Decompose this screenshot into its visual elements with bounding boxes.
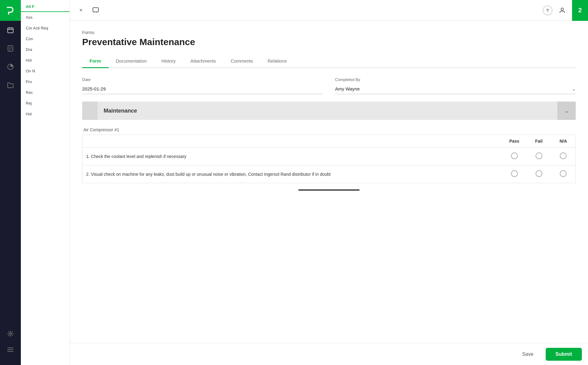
left-panel-item[interactable]: Cor Acti Req bbox=[21, 23, 70, 33]
row-fail[interactable] bbox=[527, 165, 551, 183]
row-pass[interactable] bbox=[502, 165, 527, 183]
form-area: Forms Preventative Maintenance Form Docu… bbox=[70, 21, 588, 343]
left-panel-item[interactable]: Rec bbox=[21, 87, 70, 98]
col-description bbox=[82, 135, 502, 148]
left-panel-item[interactable]: Hol bbox=[21, 109, 70, 119]
main-content: × ? 2 Forms Preventative Maintenance For… bbox=[70, 0, 588, 365]
radio-pass[interactable] bbox=[511, 170, 518, 177]
radio-na[interactable] bbox=[560, 170, 567, 177]
left-panel-item[interactable]: Con bbox=[21, 33, 70, 44]
svg-rect-0 bbox=[8, 28, 13, 33]
help-button[interactable]: ? bbox=[543, 6, 552, 15]
left-panel-item[interactable]: Hol bbox=[21, 55, 70, 66]
svg-rect-4 bbox=[8, 46, 13, 51]
top-bar: × ? 2 bbox=[70, 0, 588, 21]
row-description: 2. Visual check on machine for any leaks… bbox=[82, 165, 502, 183]
section-toggle[interactable]: ⌄ bbox=[557, 102, 576, 120]
completed-by-field: Completed By Amy Wayne ⌄ bbox=[335, 77, 576, 94]
section-number bbox=[82, 102, 97, 120]
scroll-indicator bbox=[298, 189, 360, 191]
radio-na[interactable] bbox=[560, 152, 567, 159]
close-button[interactable]: × bbox=[76, 6, 86, 15]
table-group-label: Air Compressor #1 bbox=[82, 127, 576, 132]
tab-relations[interactable]: Relations bbox=[260, 55, 294, 68]
date-value[interactable]: 2025-01-29 bbox=[82, 84, 323, 94]
sidebar-document-icon[interactable] bbox=[4, 42, 17, 55]
left-panel: All F Ass Cor Acti Req Con Dra Hol On N … bbox=[21, 0, 70, 365]
chevron-down-icon: ⌄ bbox=[565, 108, 569, 114]
bottom-bar: Save Submit bbox=[70, 343, 588, 365]
left-panel-item[interactable]: On N bbox=[21, 66, 70, 76]
page-title: Preventative Maintenance bbox=[82, 37, 576, 47]
left-panel-item[interactable]: Dra bbox=[21, 44, 70, 55]
tab-form[interactable]: Form bbox=[82, 55, 109, 68]
check-table: Pass Fail N/A 1. Check the coolant level… bbox=[82, 135, 576, 183]
tabs: Form Documentation History Attachments C… bbox=[82, 55, 576, 68]
notification-badge[interactable]: 2 bbox=[572, 0, 588, 21]
tab-documentation[interactable]: Documentation bbox=[109, 55, 154, 68]
chevron-down-icon: ⌄ bbox=[572, 86, 576, 91]
sidebar-menu-icon[interactable] bbox=[4, 343, 17, 356]
col-na: N/A bbox=[551, 135, 576, 148]
logo[interactable] bbox=[0, 0, 21, 21]
left-panel-item[interactable]: Ass bbox=[21, 12, 70, 23]
left-panel-item[interactable]: Pro bbox=[21, 76, 70, 87]
row-na[interactable] bbox=[551, 165, 576, 183]
sidebar bbox=[0, 0, 21, 365]
tab-comments[interactable]: Comments bbox=[223, 55, 260, 68]
radio-pass[interactable] bbox=[511, 152, 518, 159]
completed-by-value[interactable]: Amy Wayne ⌄ bbox=[335, 84, 576, 94]
svg-point-9 bbox=[10, 333, 11, 335]
sidebar-chart-icon[interactable] bbox=[4, 60, 17, 74]
completed-by-label: Completed By bbox=[335, 77, 576, 82]
radio-fail[interactable] bbox=[536, 152, 542, 159]
table-row: 2. Visual check on machine for any leaks… bbox=[82, 165, 576, 183]
date-label: Date bbox=[82, 77, 323, 82]
sidebar-settings-icon[interactable] bbox=[4, 327, 17, 340]
col-pass: Pass bbox=[502, 135, 527, 148]
section-title: Maintenance bbox=[97, 102, 557, 120]
sidebar-calendar-icon[interactable] bbox=[4, 23, 17, 37]
tab-attachments[interactable]: Attachments bbox=[183, 55, 223, 68]
section-header: Maintenance ⌄ bbox=[82, 102, 576, 120]
sidebar-folder-icon[interactable] bbox=[4, 79, 17, 92]
row-pass[interactable] bbox=[502, 148, 527, 165]
tab-history[interactable]: History bbox=[154, 55, 183, 68]
form-row-date: Date 2025-01-29 Completed By Amy Wayne ⌄ bbox=[82, 77, 576, 94]
breadcrumb: Forms bbox=[82, 30, 576, 35]
date-field: Date 2025-01-29 bbox=[82, 77, 323, 94]
left-panel-item[interactable]: Rej bbox=[21, 98, 70, 109]
user-button[interactable] bbox=[557, 6, 567, 15]
col-fail: Fail bbox=[527, 135, 551, 148]
submit-button[interactable]: Submit bbox=[546, 348, 582, 361]
row-description: 1. Check the coolant level and replenish… bbox=[82, 148, 502, 165]
radio-fail[interactable] bbox=[536, 170, 542, 177]
svg-rect-13 bbox=[93, 8, 98, 12]
left-panel-header: All F bbox=[21, 0, 70, 12]
save-button[interactable]: Save bbox=[514, 348, 542, 360]
chat-button[interactable] bbox=[91, 6, 101, 15]
svg-point-14 bbox=[561, 8, 563, 10]
row-fail[interactable] bbox=[527, 148, 551, 165]
row-na[interactable] bbox=[551, 148, 576, 165]
table-row: 1. Check the coolant level and replenish… bbox=[82, 148, 576, 165]
